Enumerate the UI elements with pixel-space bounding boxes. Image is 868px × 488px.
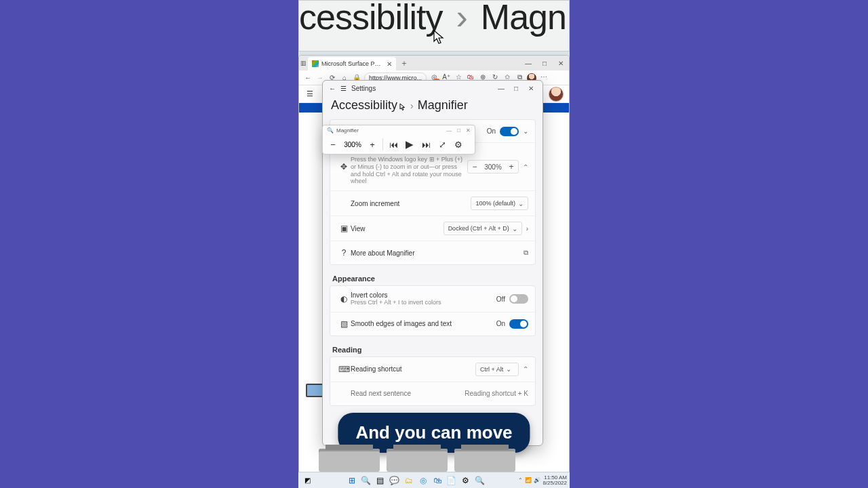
page-product-strip xyxy=(298,445,570,472)
breadcrumb-chevron-icon: › xyxy=(410,100,414,111)
view-row[interactable]: ▣ View Docked (Ctrl + Alt + D) ⌄ › xyxy=(330,216,535,241)
mag-next-icon[interactable]: ⏭ xyxy=(420,140,432,150)
magnifier-toolbar-titlebar[interactable]: 🔍 Magnifier — □ ✕ xyxy=(323,125,475,135)
view-label: View xyxy=(351,225,443,232)
chevron-down-icon: ⌄ xyxy=(512,225,517,232)
settings-minimize-button[interactable]: — xyxy=(494,85,509,92)
taskbar-explorer-icon[interactable]: 🗂 xyxy=(403,474,414,486)
taskbar-chat-icon[interactable]: 💬 xyxy=(389,474,400,486)
site-menu-icon[interactable]: ☰ xyxy=(304,89,315,98)
settings-back-icon[interactable]: ← xyxy=(327,85,338,92)
settings-titlebar[interactable]: ← ☰ Settings — □ ✕ xyxy=(323,81,542,96)
settings-maximize-button[interactable]: □ xyxy=(509,85,524,92)
zoom-level-value: 300% xyxy=(481,163,505,171)
taskbar-search-icon[interactable]: 🔍 xyxy=(360,474,372,486)
mag-maximize-button[interactable]: □ xyxy=(457,127,460,134)
smooth-toggle[interactable] xyxy=(509,319,528,329)
invert-icon: ◐ xyxy=(337,294,351,304)
zoomed-breadcrumb-chevron-icon: › xyxy=(456,0,467,37)
settings-body[interactable]: 🔍 Magnifier On ⌄ ✥ Zoom level Press the … xyxy=(323,119,542,445)
magnifier-toolbar[interactable]: 🔍 Magnifier — □ ✕ − 300% + ⏮ ▶ ⏭ ⤢ ⚙ xyxy=(322,125,475,155)
magnifier-docked-view: cessibility › Magn xyxy=(298,0,570,52)
tab-title: Microsoft Surface PCs, Compute xyxy=(321,60,384,67)
chevron-up-icon[interactable]: ⌃ xyxy=(523,365,528,373)
taskbar-word-icon[interactable]: 📄 xyxy=(446,474,457,486)
zoom-level-stepper[interactable]: − 300% + xyxy=(467,160,519,174)
magnifier-app-icon: 🔍 xyxy=(327,127,334,134)
more-about-label: More about Magnifier xyxy=(351,249,524,257)
mag-prev-icon[interactable]: ⏮ xyxy=(387,140,399,150)
chevron-up-icon[interactable]: ⌃ xyxy=(523,163,528,171)
taskbar-store-icon[interactable]: 🛍 xyxy=(431,474,443,486)
keyboard-icon: ⌨ xyxy=(337,365,351,374)
view-value: Docked (Ctrl + Alt + D) xyxy=(448,225,509,232)
external-link-icon: ⧉ xyxy=(524,249,528,257)
view-select[interactable]: Docked (Ctrl + Alt + D) ⌄ xyxy=(443,222,522,235)
smooth-edges-row[interactable]: ▧ Smooth edges of images and text On xyxy=(330,312,535,336)
mag-play-icon[interactable]: ▶ xyxy=(403,138,416,150)
tray-chevron-icon[interactable]: ⌃ xyxy=(518,477,523,483)
zoom-level-desc: Press the Windows logo key ⊞ + Plus (+) … xyxy=(351,156,467,185)
zoomed-breadcrumb-parent: cessibility xyxy=(299,0,443,37)
chevron-down-icon: ⌄ xyxy=(506,365,511,373)
reading-shortcut-row[interactable]: ⌨ Reading shortcut Ctrl + Alt ⌄ ⌃ xyxy=(330,357,535,382)
taskbar-edge-icon[interactable]: ◎ xyxy=(417,474,429,486)
zoom-increment-select[interactable]: 100% (default) ⌄ xyxy=(471,197,528,210)
magnifier-state-label: On xyxy=(487,127,496,135)
mag-zoom-value: 300% xyxy=(343,141,362,148)
reading-shortcut-select[interactable]: Ctrl + Alt ⌄ xyxy=(475,363,519,376)
task-view-icon[interactable]: ▤ xyxy=(374,474,386,486)
smooth-state-label: On xyxy=(496,320,505,327)
more-about-row[interactable]: ? More about Magnifier ⧉ xyxy=(330,241,535,264)
zoom-increment-value: 100% (default) xyxy=(475,200,515,207)
browser-tab[interactable]: Microsoft Surface PCs, Compute ✕ xyxy=(308,57,396,70)
site-account-avatar-icon[interactable] xyxy=(549,87,564,102)
product-image xyxy=(387,449,448,472)
browser-maximize-button[interactable]: □ xyxy=(536,60,553,67)
cursor-icon xyxy=(399,103,406,113)
view-icon: ▣ xyxy=(337,224,351,233)
taskbar-widgets-icon[interactable]: ◩ xyxy=(301,476,313,484)
mag-zoom-in-button[interactable]: + xyxy=(366,140,378,150)
magnifier-toolbar-title: Magnifier xyxy=(336,127,359,134)
taskbar-settings-icon[interactable]: ⚙ xyxy=(460,474,471,486)
help-icon: ? xyxy=(337,248,351,258)
mag-minimize-button[interactable]: — xyxy=(446,127,452,134)
product-image xyxy=(454,449,515,472)
taskbar[interactable]: ◩ ⊞ 🔍 ▤ 💬 🗂 ◎ 🛍 📄 ⚙ 🔍 ⌃ 📶 🔊 11:50 AM 8/2… xyxy=(298,472,570,488)
chevron-down-icon[interactable]: ⌄ xyxy=(523,127,528,135)
tray-volume-icon[interactable]: 🔊 xyxy=(534,477,540,483)
settings-close-button[interactable]: ✕ xyxy=(524,85,538,92)
new-tab-button[interactable]: ＋ xyxy=(396,58,412,69)
browser-close-button[interactable]: ✕ xyxy=(553,60,569,67)
read-next-label: Read next sentence xyxy=(351,390,465,397)
mag-zoom-out-button[interactable]: − xyxy=(327,140,339,150)
desktop-stage: ▥ Microsoft Surface PCs, Compute ✕ ＋ — □… xyxy=(298,52,570,488)
settings-app-name: Settings xyxy=(351,85,376,92)
tab-favicon-icon xyxy=(312,60,319,67)
breadcrumb-parent[interactable]: Accessibility xyxy=(331,98,397,113)
mag-read-cursor-icon[interactable]: ⤢ xyxy=(436,140,448,150)
taskbar-clock[interactable]: 11:50 AM 8/25/2022 xyxy=(542,475,567,486)
mag-settings-gear-icon[interactable]: ⚙ xyxy=(452,140,465,150)
chevron-right-icon[interactable]: › xyxy=(526,225,528,232)
mag-close-button[interactable]: ✕ xyxy=(466,127,471,134)
start-button[interactable]: ⊞ xyxy=(346,474,357,486)
tab-actions-icon[interactable]: ▥ xyxy=(299,60,308,66)
breadcrumb-current: Magnifier xyxy=(418,98,468,113)
taskbar-magnifier-icon[interactable]: 🔍 xyxy=(474,474,486,486)
tab-close-icon[interactable]: ✕ xyxy=(387,60,392,68)
invert-colors-row[interactable]: ◐ Invert colors Press Ctrl + Alt + I to … xyxy=(330,286,535,312)
zoom-increment-label: Zoom increment xyxy=(351,200,471,207)
nav-back-icon[interactable]: ← xyxy=(303,74,313,81)
magnifier-toggle[interactable] xyxy=(500,127,519,136)
zoom-increment-row: Zoom increment 100% (default) ⌄ xyxy=(330,191,535,216)
settings-nav-icon[interactable]: ☰ xyxy=(338,85,349,92)
tray-wifi-icon[interactable]: 📶 xyxy=(525,477,532,483)
browser-minimize-button[interactable]: — xyxy=(520,60,536,67)
zoom-out-button[interactable]: − xyxy=(468,162,481,171)
reading-shortcut-value: Ctrl + Alt xyxy=(480,366,503,373)
invert-toggle[interactable] xyxy=(509,294,528,304)
zoom-in-button[interactable]: + xyxy=(505,162,518,171)
taskbar-date: 8/25/2022 xyxy=(542,481,567,486)
